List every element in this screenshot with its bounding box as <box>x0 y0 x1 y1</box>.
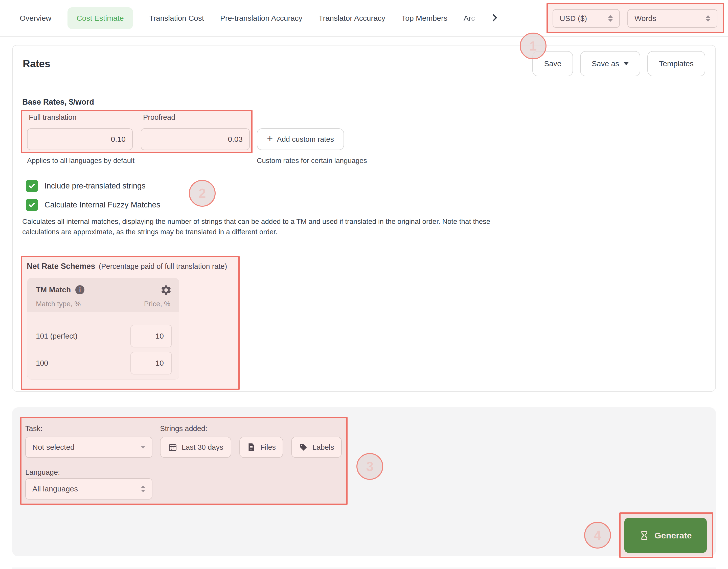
fuzzy-matches-note: Calculates all internal matches, display… <box>22 216 525 237</box>
net-rate-schemes-title: Net Rate Schemes <box>27 262 95 271</box>
match-type-column-header: Match type, % <box>36 300 81 308</box>
match-row-label-100: 100 <box>36 352 48 374</box>
net-rate-schemes-subtitle: (Percentage paid of full translation rat… <box>99 262 227 271</box>
add-custom-rates-button[interactable]: + Add custom rates <box>257 128 344 150</box>
date-range-filter-label: Last 30 days <box>182 443 223 451</box>
tab-translation-cost[interactable]: Translation Cost <box>149 14 204 23</box>
currency-select-value: USD ($) <box>560 14 587 23</box>
info-icon[interactable]: i <box>75 285 84 294</box>
rates-card: Rates Save Save as Templates Base Rates,… <box>12 45 716 392</box>
updown-caret-icon <box>608 15 613 22</box>
cost-estimate-page: Overview Cost Estimate Translation Cost … <box>0 0 728 569</box>
tag-icon <box>299 443 308 452</box>
include-pretranslated-label: Include pre-translated strings <box>44 182 146 191</box>
fuzzy-matches-label: Calculate Internal Fuzzy Matches <box>44 200 160 210</box>
unit-select-value: Words <box>634 14 656 23</box>
updown-caret-icon <box>706 15 710 22</box>
hourglass-icon <box>639 530 649 540</box>
full-translation-label: Full translation <box>29 113 77 122</box>
currency-select[interactable]: USD ($) <box>553 9 620 28</box>
fuzzy-matches-row: Calculate Internal Fuzzy Matches <box>26 199 160 211</box>
page-title: Rates <box>23 58 50 70</box>
check-icon <box>28 201 36 209</box>
generate-button-label: Generate <box>654 531 692 540</box>
chevron-right-icon <box>490 13 499 24</box>
tab-translator-accuracy[interactable]: Translator Accuracy <box>319 14 385 23</box>
unit-select[interactable]: Words <box>627 9 717 28</box>
base-rates-heading: Base Rates, $/word <box>22 98 94 107</box>
custom-rates-hint: Custom rates for certain languages <box>257 157 367 165</box>
save-button[interactable]: Save <box>532 51 573 76</box>
caret-down-icon <box>141 446 145 449</box>
language-select-value: All languages <box>32 485 78 493</box>
price-column-header: Price, % <box>144 300 170 308</box>
rates-card-header: Rates Save Save as Templates <box>13 46 715 82</box>
templates-button-label: Templates <box>659 59 694 68</box>
check-icon <box>28 182 36 190</box>
tab-cost-estimate[interactable]: Cost Estimate <box>67 7 133 29</box>
language-select[interactable]: All languages <box>25 478 152 499</box>
proofread-rate-input[interactable] <box>141 128 250 150</box>
files-filter-button[interactable]: Files <box>239 437 283 458</box>
panel-divider <box>25 509 704 509</box>
save-button-label: Save <box>544 59 561 68</box>
fuzzy-matches-checkbox[interactable] <box>26 199 38 211</box>
include-pretranslated-checkbox[interactable] <box>26 180 38 192</box>
caret-down-icon <box>624 62 629 65</box>
full-translation-rate-input[interactable] <box>27 128 133 150</box>
date-range-filter-button[interactable]: Last 30 days <box>160 437 231 458</box>
tm-match-title: TM Match <box>36 285 71 294</box>
calendar-icon <box>168 443 177 452</box>
add-custom-rates-label: Add custom rates <box>277 135 334 144</box>
templates-button[interactable]: Templates <box>647 51 705 76</box>
default-rates-hint: Applies to all languages by default <box>27 157 134 165</box>
labels-filter-label: Labels <box>312 443 334 451</box>
save-as-button[interactable]: Save as <box>580 51 640 76</box>
files-filter-label: Files <box>260 443 276 451</box>
match-price-input-100[interactable] <box>130 352 172 374</box>
updown-caret-icon <box>141 486 145 492</box>
language-label: Language: <box>25 468 60 476</box>
strings-added-label: Strings added: <box>160 424 207 433</box>
net-rate-schemes-heading: Net Rate Schemes (Percentage paid of ful… <box>27 262 227 271</box>
tab-overview[interactable]: Overview <box>20 14 51 23</box>
save-as-button-label: Save as <box>592 59 619 68</box>
tab-pre-translation-accuracy[interactable]: Pre-translation Accuracy <box>220 14 302 23</box>
proofread-label: Proofread <box>143 113 175 122</box>
task-select-value: Not selected <box>32 443 75 451</box>
include-pretranslated-row: Include pre-translated strings <box>26 180 146 192</box>
next-section-edge <box>12 567 716 569</box>
tab-archive-truncated[interactable]: Arc <box>464 14 478 23</box>
generate-button[interactable]: Generate <box>624 518 707 553</box>
tabs-overflow-button[interactable] <box>490 13 499 24</box>
tab-top-members[interactable]: Top Members <box>401 14 447 23</box>
match-price-input-101[interactable] <box>130 325 172 347</box>
report-settings-panel: Task: Not selected Strings added: Last 3… <box>12 407 716 556</box>
task-label: Task: <box>25 424 42 433</box>
tm-match-header: TM Match i Match type, % Price, % <box>27 278 179 312</box>
match-row-label-101: 101 (perfect) <box>36 325 77 347</box>
task-select[interactable]: Not selected <box>25 437 152 458</box>
tm-match-title-row: TM Match i <box>36 285 84 294</box>
tm-match-card: TM Match i Match type, % Price, % 101 (p… <box>27 278 179 379</box>
file-icon <box>247 443 256 452</box>
gear-icon[interactable] <box>160 284 172 296</box>
labels-filter-button[interactable]: Labels <box>291 437 342 458</box>
plus-icon: + <box>267 134 273 144</box>
